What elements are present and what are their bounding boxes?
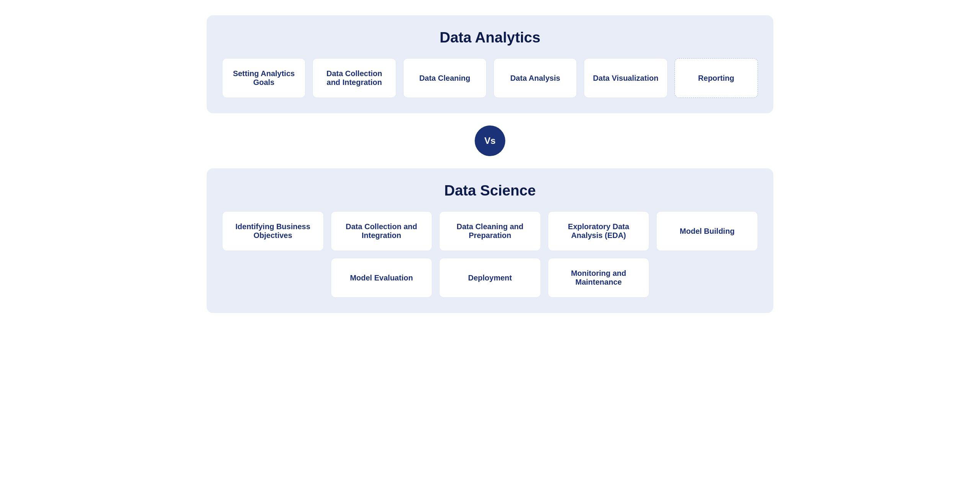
analytics-card-2: Data Collection and Integration: [312, 58, 396, 98]
science-card-3: Data Cleaning and Preparation: [439, 211, 541, 251]
science-cards-row1: Identifying Business Objectives Data Col…: [222, 211, 758, 251]
vs-circle: Vs: [475, 125, 505, 156]
analytics-card-5: Data Visualization: [584, 58, 667, 98]
analytics-cards-row: Setting Analytics Goals Data Collection …: [222, 58, 758, 98]
science-card-1: Identifying Business Objectives: [222, 211, 324, 251]
science-card-4: Exploratory Data Analysis (EDA): [548, 211, 650, 251]
science-section: Data Science Identifying Business Object…: [207, 168, 773, 313]
science-card-7: Deployment: [439, 258, 541, 298]
science-card-6: Model Evaluation: [331, 258, 433, 298]
analytics-section: Data Analytics Setting Analytics Goals D…: [207, 15, 773, 113]
science-cards-row2: Model Evaluation Deployment Monitoring a…: [222, 258, 758, 298]
analytics-card-6: Reporting: [675, 58, 758, 98]
analytics-card-3: Data Cleaning: [403, 58, 487, 98]
analytics-card-4: Data Analysis: [493, 58, 577, 98]
vs-label: Vs: [484, 135, 495, 146]
analytics-card-1: Setting Analytics Goals: [222, 58, 305, 98]
science-card-5: Model Building: [656, 211, 758, 251]
science-card-8: Monitoring and Maintenance: [548, 258, 650, 298]
science-card-2: Data Collection and Integration: [331, 211, 433, 251]
analytics-title: Data Analytics: [222, 29, 758, 46]
science-title: Data Science: [222, 182, 758, 199]
